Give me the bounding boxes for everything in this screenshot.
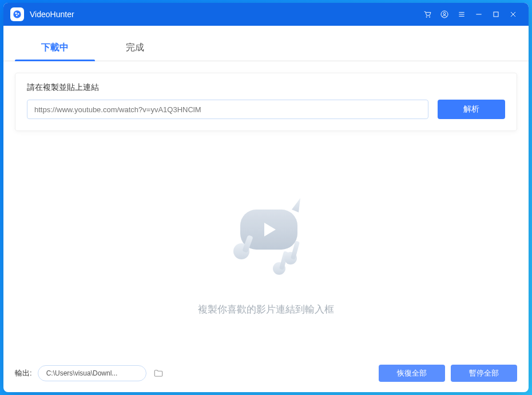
- cart-icon[interactable]: [419, 3, 436, 26]
- tab-completed-label: 完成: [126, 42, 144, 52]
- app-window: VideoHunter 下載中 完成 請在複製並貼上連結: [3, 3, 529, 392]
- parse-button[interactable]: 解析: [438, 100, 505, 119]
- pause-all-button[interactable]: 暫停全部: [451, 365, 517, 382]
- maximize-icon[interactable]: [487, 3, 505, 26]
- output-path-text: C:\Users\visua\Downl...: [46, 369, 118, 377]
- url-input-card: 請在複製並貼上連結 解析: [15, 73, 517, 131]
- app-title: VideoHunter: [30, 10, 74, 19]
- svg-point-1: [15, 12, 17, 14]
- svg-point-5: [429, 17, 430, 17]
- output-path-field[interactable]: C:\Users\visua\Downl...: [38, 365, 146, 381]
- tab-completed[interactable]: 完成: [95, 36, 175, 61]
- svg-point-0: [13, 10, 21, 18]
- svg-point-4: [426, 17, 427, 17]
- url-input[interactable]: [27, 100, 428, 119]
- resume-all-button[interactable]: 恢復全部: [379, 365, 445, 382]
- svg-point-3: [16, 15, 18, 17]
- svg-point-2: [18, 13, 19, 15]
- tab-bar: 下載中 完成: [3, 36, 529, 61]
- titlebar: VideoHunter: [3, 3, 529, 26]
- folder-icon: [153, 368, 164, 378]
- content-area: 請在複製並貼上連結 解析: [3, 61, 529, 362]
- menu-icon[interactable]: [453, 3, 470, 26]
- tab-downloading[interactable]: 下載中: [15, 36, 95, 61]
- svg-point-7: [443, 13, 446, 15]
- tab-downloading-label: 下載中: [41, 42, 69, 52]
- url-input-row: 解析: [27, 100, 505, 119]
- empty-state: 複製你喜歡的影片連結到輸入框: [15, 131, 517, 362]
- app-logo: [10, 7, 24, 21]
- minimize-icon[interactable]: [470, 3, 487, 26]
- output-label: 輸出:: [15, 368, 32, 378]
- user-icon[interactable]: [436, 3, 453, 26]
- empty-state-text: 複製你喜歡的影片連結到輸入框: [198, 303, 334, 316]
- close-icon[interactable]: [505, 3, 522, 26]
- empty-illustration-icon: [212, 178, 320, 289]
- footer: 輸出: C:\Users\visua\Downl... 恢復全部 暫停全部: [3, 362, 529, 392]
- open-folder-button[interactable]: [152, 367, 165, 380]
- svg-rect-12: [494, 12, 498, 17]
- url-input-label: 請在複製並貼上連結: [27, 82, 505, 93]
